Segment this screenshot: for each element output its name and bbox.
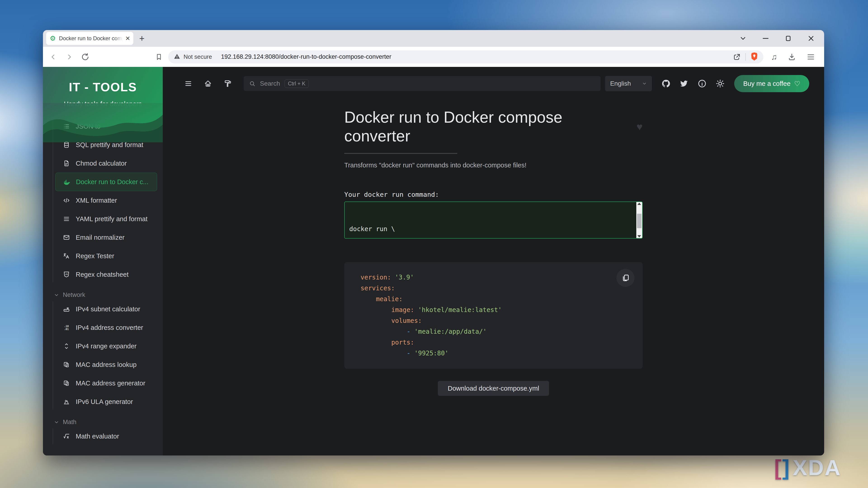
search-input[interactable]: Search Ctrl + K [244, 76, 600, 91]
sidebar-item-yaml-prettify[interactable]: YAML prettify and format [55, 210, 157, 228]
lines-icon [63, 216, 70, 222]
sidebar-item-label: Regex Tester [76, 252, 114, 260]
sidebar-item-ipv4-address-converter[interactable]: 1001 IPv4 address converter [55, 318, 157, 337]
back-icon[interactable] [49, 53, 57, 61]
compose-output-card: version: '3.9' services: mealie: image: … [344, 262, 643, 369]
tab-favicon-icon: ⚙ [50, 35, 56, 42]
brave-shield-icon[interactable] [750, 52, 758, 62]
search-placeholder: Search [260, 80, 280, 87]
url-text[interactable]: 192.168.29.124:8080/docker-run-to-docker… [221, 53, 733, 60]
sidebar-item-json-to[interactable]: JSON to [55, 117, 157, 135]
sidebar: IT - TOOLS Handy tools for developers JS… [43, 67, 163, 455]
app-navbar: Search Ctrl + K English Buy me a coffee … [163, 67, 824, 92]
download-compose-button[interactable]: Download docker-compose.yml [438, 381, 549, 396]
address-bar[interactable]: Not secure 192.168.29.124:8080/docker-ru… [168, 51, 763, 64]
bookmark-icon[interactable] [155, 53, 163, 61]
sidebar-item-chmod-calculator[interactable]: Chmod calculator [55, 154, 157, 173]
sidebar-item-mac-address-lookup[interactable]: MAC address lookup [55, 355, 157, 374]
sidebar-nav: JSON to SQL prettify and format Chmod ca… [43, 117, 163, 446]
sidebar-item-email-normalizer[interactable]: Email normalizer [55, 228, 157, 247]
xda-bracket-left: [ [774, 455, 782, 480]
language-value: English [610, 80, 631, 87]
copy-button[interactable] [616, 269, 634, 287]
sidebar-section-math[interactable]: Math [54, 419, 163, 426]
downloads-icon[interactable] [787, 53, 796, 61]
sidebar-item-math-evaluator[interactable]: Math evaluator [55, 427, 157, 446]
media-control-icon[interactable]: ♫ [771, 52, 777, 62]
browser-tab-strip: ⚙ Docker run to Docker compose ✕ + [43, 30, 824, 47]
chevron-down-icon [642, 81, 647, 86]
tool-description: Transforms "docker run" commands into do… [344, 162, 643, 169]
new-tab-button[interactable]: + [139, 33, 145, 43]
sidebar-item-label: MAC address lookup [76, 361, 136, 368]
sidebar-item-ipv4-range-expander[interactable]: IPv4 range expander [55, 337, 157, 355]
window-minimize-button[interactable] [762, 35, 770, 42]
sidebar-item-regex-tester[interactable]: Regex Tester [55, 247, 157, 265]
yaml-key: services: [361, 285, 395, 292]
list-icon [63, 123, 70, 130]
scrollbar-thumb[interactable] [637, 214, 642, 228]
scroll-up-icon[interactable] [638, 203, 641, 205]
docker-command-textarea[interactable]: docker run \ -p 9925:80 \ -v mealie:/app… [344, 201, 643, 238]
buy-coffee-button[interactable]: Buy me a coffee ♡ [734, 75, 809, 92]
sidebar-item-ipv6-ula-generator[interactable]: IPv6 ULA generator [55, 392, 157, 411]
mail-icon [63, 234, 70, 241]
scroll-down-icon[interactable] [638, 235, 641, 237]
unfold-icon [63, 343, 70, 350]
language-select[interactable]: English [605, 76, 652, 91]
page-title: Docker run to Docker compose converter [344, 108, 627, 145]
download-button-label: Download docker-compose.yml [448, 385, 539, 392]
binary-icon: 1001 [63, 324, 70, 331]
tab-close-icon[interactable]: ✕ [125, 35, 130, 42]
command-input-label: Your docker run command: [344, 191, 643, 198]
browser-window: ⚙ Docker run to Docker compose ✕ + Not s… [43, 30, 824, 455]
security-label[interactable]: Not secure [184, 53, 212, 60]
heart-outline-icon: ♡ [794, 80, 800, 88]
chevron-down-icon [54, 420, 59, 425]
sidebar-item-ipv4-subnet-calculator[interactable]: IPv4 subnet calculator [55, 300, 157, 318]
share-icon[interactable] [733, 53, 741, 61]
tab-search-chevron-icon[interactable] [739, 35, 747, 42]
sidebar-item-label: Chmod calculator [76, 160, 127, 167]
browser-tab[interactable]: ⚙ Docker run to Docker compose ✕ [46, 32, 133, 45]
not-secure-warning-icon[interactable] [174, 53, 180, 61]
sidebar-item-label: IPv6 ULA generator [76, 398, 133, 405]
xda-bracket-right: ] [782, 455, 790, 480]
svg-text:10: 10 [66, 325, 69, 328]
yaml-key: mealie: [376, 295, 403, 303]
search-icon [249, 80, 255, 87]
factory-icon [63, 398, 70, 405]
window-close-button[interactable] [807, 34, 815, 42]
sidebar-item-docker-run-to-compose[interactable]: Docker run to Docker c... [55, 173, 157, 191]
info-icon[interactable] [698, 79, 707, 88]
menu-icon[interactable] [184, 80, 192, 88]
paint-roller-icon[interactable] [224, 79, 232, 88]
favorite-heart-icon[interactable]: ♥ [637, 121, 643, 133]
command-line: docker run \ [349, 224, 638, 234]
svg-text:01: 01 [66, 328, 69, 331]
twitter-icon[interactable] [680, 79, 688, 88]
xda-text: XDA [793, 455, 841, 480]
forward-icon[interactable] [65, 53, 73, 61]
browser-toolbar: Not secure 192.168.29.124:8080/docker-ru… [43, 47, 824, 67]
code-icon [63, 197, 70, 204]
docker-icon [63, 178, 70, 185]
window-maximize-button[interactable] [784, 35, 792, 42]
sidebar-item-sql-prettify[interactable]: SQL prettify and format [55, 135, 157, 154]
reload-icon[interactable] [81, 53, 90, 61]
shield-badge-icon: JS [63, 271, 70, 278]
yaml-value: '3.9' [395, 273, 414, 281]
sun-icon[interactable] [716, 79, 725, 88]
sidebar-section-network[interactable]: Network [54, 291, 163, 298]
home-icon[interactable] [204, 79, 212, 88]
yaml-key: version: [361, 273, 391, 281]
browser-menu-icon[interactable] [807, 53, 815, 61]
yaml-key: volumes: [391, 317, 422, 324]
github-icon[interactable] [661, 79, 671, 88]
sidebar-item-regex-cheatsheet[interactable]: JS Regex cheatsheet [55, 265, 157, 284]
sidebar-item-xml-formatter[interactable]: XML formatter [55, 191, 157, 210]
language-icon [63, 253, 70, 259]
sidebar-item-mac-address-generator[interactable]: MAC address generator [55, 374, 157, 392]
sidebar-item-label: Docker run to Docker c... [76, 178, 149, 186]
sidebar-item-label: SQL prettify and format [76, 141, 143, 149]
